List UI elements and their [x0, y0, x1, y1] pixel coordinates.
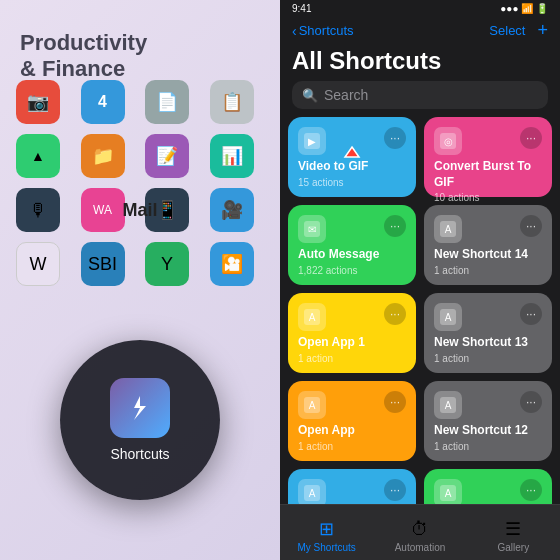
card-menu-my-store[interactable]: ···: [520, 479, 542, 501]
tab-my-shortcuts[interactable]: ⊞ My Shortcuts: [280, 505, 373, 560]
automation-icon: ⏱: [411, 519, 429, 540]
app-icon-camera[interactable]: 📷: [16, 80, 60, 124]
selection-arrow-icon: [341, 143, 363, 171]
card-actions-video-to-gif: 15 actions: [298, 177, 406, 188]
status-icons: ●●● 📶 🔋: [500, 3, 548, 14]
shortcut-card-video-to-gif[interactable]: ▶ ··· Video to GIF 15 actions: [288, 117, 416, 197]
card-icon-new-shortcut-11: A: [298, 479, 326, 504]
shortcut-card-open-app[interactable]: A ··· Open App 1 action: [288, 381, 416, 461]
card-top: A ···: [434, 479, 542, 504]
shortcut-card-my-store[interactable]: A ··· My Store 1 action: [424, 469, 552, 504]
app-icon-sbi[interactable]: SBI: [81, 242, 125, 286]
search-bar[interactable]: 🔍 Search: [292, 81, 548, 109]
gallery-label: Gallery: [497, 542, 529, 553]
left-title: Productivity & Finance: [20, 30, 147, 83]
card-menu-new-shortcut-12[interactable]: ···: [520, 391, 542, 413]
shortcut-card-auto-message[interactable]: ✉ ··· Auto Message 1,822 actions: [288, 205, 416, 285]
app-icon-widget[interactable]: W: [16, 242, 60, 286]
card-actions-new-shortcut-13: 1 action: [434, 353, 542, 364]
app-icon-drive[interactable]: ▲: [16, 134, 60, 178]
card-actions-open-app: 1 action: [298, 441, 406, 452]
back-button[interactable]: ‹ Shortcuts: [292, 23, 354, 39]
shortcut-card-new-shortcut-13[interactable]: A ··· New Shortcut 13 1 action: [424, 293, 552, 373]
svg-text:A: A: [445, 400, 452, 411]
card-icon-new-shortcut-12: A: [434, 391, 462, 419]
card-top: A ···: [298, 479, 406, 504]
card-menu-convert-burst-to-gif[interactable]: ···: [520, 127, 542, 149]
card-menu-video-to-gif[interactable]: ···: [384, 127, 406, 149]
gallery-icon: ☰: [505, 518, 521, 540]
card-name-new-shortcut-13: New Shortcut 13: [434, 335, 542, 351]
shortcut-card-open-app-1[interactable]: A ··· Open App 1 1 action: [288, 293, 416, 373]
svg-text:▶: ▶: [308, 136, 316, 147]
app-icon-notes[interactable]: 📋: [210, 80, 254, 124]
card-menu-auto-message[interactable]: ···: [384, 215, 406, 237]
mail-label: Mail: [122, 200, 157, 221]
shortcut-card-new-shortcut-14[interactable]: A ··· New Shortcut 14 1 action: [424, 205, 552, 285]
app-grid: 📷 4 📄 📋 ▲ 📁 📝 📊 🎙 WA 📱 🎥 W SBI Y 🎦: [16, 80, 264, 286]
card-menu-new-shortcut-11[interactable]: ···: [384, 479, 406, 501]
card-top: A ···: [434, 215, 542, 243]
card-top: A ···: [434, 391, 542, 419]
card-menu-new-shortcut-14[interactable]: ···: [520, 215, 542, 237]
select-button[interactable]: Select: [489, 23, 525, 38]
shortcut-card-convert-burst-to-gif[interactable]: ◎ ··· Convert Burst To GIF 10 actions: [424, 117, 552, 197]
card-menu-open-app[interactable]: ···: [384, 391, 406, 413]
tab-gallery[interactable]: ☰ Gallery: [467, 505, 560, 560]
shortcuts-icon-svg: [122, 390, 158, 426]
search-icon: 🔍: [302, 88, 318, 103]
card-menu-new-shortcut-13[interactable]: ···: [520, 303, 542, 325]
back-chevron-icon: ‹: [292, 23, 297, 39]
card-menu-open-app-1[interactable]: ···: [384, 303, 406, 325]
card-actions-new-shortcut-14: 1 action: [434, 265, 542, 276]
card-icon-new-shortcut-14: A: [434, 215, 462, 243]
status-bar: 9:41 ●●● 📶 🔋: [280, 0, 560, 16]
card-actions-open-app-1: 1 action: [298, 353, 406, 364]
card-actions-convert-burst-to-gif: 10 actions: [434, 192, 542, 203]
automation-label: Automation: [395, 542, 446, 553]
card-icon-video-to-gif: ▶: [298, 127, 326, 155]
app-icon-sheets[interactable]: 📊: [210, 134, 254, 178]
card-top: ◎ ···: [434, 127, 542, 155]
svg-text:◎: ◎: [444, 136, 453, 147]
card-top: A ···: [434, 303, 542, 331]
app-icon-files[interactable]: 📁: [81, 134, 125, 178]
search-placeholder: Search: [324, 87, 368, 103]
card-icon-open-app-1: A: [298, 303, 326, 331]
app-icon-doc[interactable]: 📄: [145, 80, 189, 124]
back-label: Shortcuts: [299, 23, 354, 38]
card-top: A ···: [298, 303, 406, 331]
shortcuts-grid: ▶ ··· Video to GIF 15 actions ◎ ··· Conv…: [280, 117, 560, 504]
svg-text:A: A: [309, 312, 316, 323]
card-name-new-shortcut-12: New Shortcut 12: [434, 423, 542, 439]
tab-automation[interactable]: ⏱ Automation: [373, 505, 466, 560]
card-name-open-app: Open App: [298, 423, 406, 439]
svg-text:A: A: [309, 400, 316, 411]
app-icon-zoom[interactable]: 🎥: [210, 188, 254, 232]
shortcut-card-new-shortcut-12[interactable]: A ··· New Shortcut 12 1 action: [424, 381, 552, 461]
svg-text:✉: ✉: [308, 224, 316, 235]
card-actions-new-shortcut-12: 1 action: [434, 441, 542, 452]
card-name-open-app-1: Open App 1: [298, 335, 406, 351]
svg-text:A: A: [309, 488, 316, 499]
app-icon-4[interactable]: 4: [81, 80, 125, 124]
card-icon-open-app: A: [298, 391, 326, 419]
left-panel: Productivity & Finance 📷 4 📄 📋 ▲ 📁 📝 📊 🎙…: [0, 0, 280, 560]
app-icon-zoom2[interactable]: 🎦: [210, 242, 254, 286]
card-icon-convert-burst-to-gif: ◎: [434, 127, 462, 155]
card-icon-my-store: A: [434, 479, 462, 504]
dock-overlay: Shortcuts: [60, 340, 220, 500]
shortcut-card-new-shortcut-11[interactable]: A ··· New Shortcut 11 1 action: [288, 469, 416, 504]
my-shortcuts-label: My Shortcuts: [297, 542, 355, 553]
app-icon-voice[interactable]: 🎙: [16, 188, 60, 232]
shortcuts-app-icon[interactable]: [110, 378, 170, 438]
card-name-auto-message: Auto Message: [298, 247, 406, 263]
app-icon-yono[interactable]: Y: [145, 242, 189, 286]
arrow-svg: [341, 143, 363, 165]
add-button[interactable]: +: [537, 20, 548, 41]
card-top: ✉ ···: [298, 215, 406, 243]
app-icon-wa[interactable]: WA: [81, 188, 125, 232]
svg-text:A: A: [445, 224, 452, 235]
svg-text:A: A: [445, 488, 452, 499]
app-icon-pages[interactable]: 📝: [145, 134, 189, 178]
